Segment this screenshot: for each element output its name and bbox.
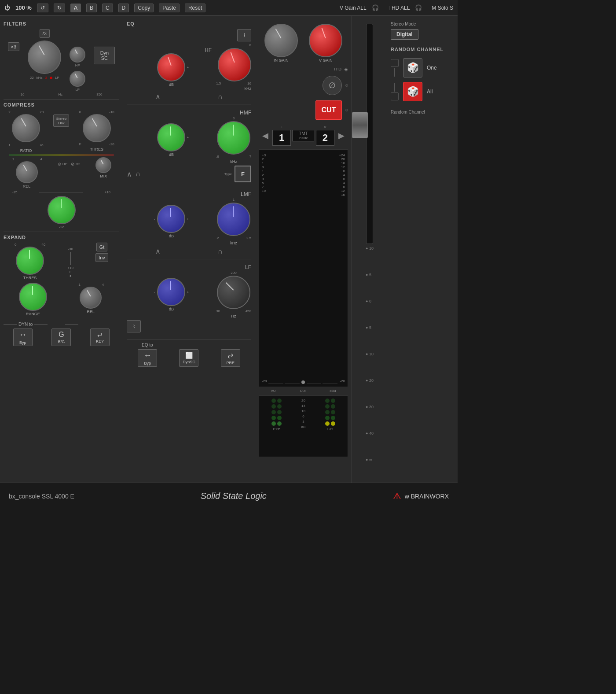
eq-pre-button[interactable]: ⇄ PRE [221, 349, 240, 367]
filters-label: FILTERS [4, 21, 119, 26]
lmf-db-knob[interactable] [157, 205, 185, 233]
rel-label: REL [23, 184, 31, 188]
digital-button[interactable]: Digital [391, 29, 418, 40]
meter-display: +32101235710-20 [259, 149, 348, 387]
lp-label-2: LP [75, 88, 80, 92]
main-content: FILTERS ×3 /3 22 kHz 3 LP [0, 16, 458, 483]
filter-main-knob[interactable] [28, 41, 61, 74]
fader-handle[interactable] [352, 112, 368, 138]
brainworx-label: w BRAINWORX [405, 493, 449, 500]
dyn-key-button[interactable]: ⇄ KEY [90, 329, 110, 346]
v-gain-knob[interactable] [309, 24, 342, 57]
lmf-shelf-icon: ∧ [155, 247, 161, 255]
eq-byp-button[interactable]: ↔ Byp [138, 349, 157, 367]
random-channel-label: RANDOM CHANNEL [391, 47, 444, 52]
cut-button[interactable]: CUT [315, 100, 342, 120]
filter-led [50, 77, 52, 79]
hz-16-label: 16 [20, 92, 24, 96]
thd-label: THD [334, 67, 342, 71]
hmf-shelf-icon: ∧ [127, 170, 132, 178]
expand-rel-label: REL [87, 310, 95, 314]
right-channel-display: 2 [316, 130, 334, 146]
ratio-knob[interactable] [12, 114, 40, 142]
hf-db-knob[interactable] [157, 53, 185, 81]
exp-led-col [271, 399, 282, 426]
in-gain-knob[interactable] [264, 24, 298, 57]
one-label: One [427, 65, 437, 71]
div3-button[interactable]: /3 [40, 29, 50, 38]
right-scale: +24201612840481216-20 [339, 152, 345, 384]
hp-label: HP [75, 63, 80, 67]
fader-scale: ● 10 ● 5 ● 0 ● 5 ● 10 ● 20 ● 30 ● 40 ● ∞ [366, 244, 374, 464]
lp-knob[interactable] [70, 71, 85, 87]
v-gain-all-label: V Gain ALL [340, 5, 367, 11]
preset-d-button[interactable]: D [118, 4, 129, 12]
random-one-button[interactable]: 🎲 [403, 58, 422, 78]
range-knob[interactable] [19, 283, 47, 311]
brainworx-logo: ᗑ [393, 491, 401, 501]
filter-3-val: 3 [45, 76, 47, 80]
expand-label: EXPAND [4, 235, 119, 240]
mix-label: MIX [100, 174, 107, 178]
gt-button[interactable]: Gt [96, 243, 108, 251]
power-icon[interactable]: ⏻ [4, 4, 10, 11]
reset-button[interactable]: Reset [185, 4, 205, 12]
x3-button[interactable]: ×3 [8, 42, 20, 51]
eq-type-button[interactable]: F [235, 166, 251, 182]
channel-prev-button[interactable]: ◀ [260, 130, 271, 141]
dyn-sc-button[interactable]: Dyn SC [94, 47, 115, 64]
dyn-routing-section: DYN to ↔ Byp G E/G ⇄ KEY [4, 322, 119, 346]
dyn-byp-button[interactable]: ↔ Byp [13, 329, 33, 346]
hf-bell-icon: ∩ [218, 93, 223, 101]
compress-label: COMPRESS [4, 102, 119, 107]
lf-db-knob[interactable] [157, 278, 185, 306]
preset-b-button[interactable]: B [86, 4, 97, 12]
hz-label: Hz [58, 92, 62, 96]
hf-freq-knob[interactable] [218, 48, 251, 81]
footer-right: ᗑ w BRAINWORX [393, 491, 449, 501]
dyn-eg-button[interactable]: G E/G [51, 329, 71, 346]
fader-section: ● 10 ● 5 ● 0 ● 5 ● 10 ● 20 ● 30 ● 40 ● ∞ [352, 16, 387, 483]
tmt-display: TMT inside [292, 130, 314, 141]
copy-button[interactable]: Copy [134, 4, 154, 12]
inv-button[interactable]: Inv [95, 253, 108, 262]
compress-divider [4, 232, 119, 232]
channel-next-button[interactable]: ▶ [336, 130, 347, 141]
expand-knob[interactable] [16, 247, 44, 275]
hmf-db-knob[interactable] [157, 123, 185, 151]
undo-button[interactable]: ↺ [37, 4, 48, 12]
random-channel-text: Random Channel [391, 110, 425, 114]
eq-routing-section: EQ to ↔ Byp ⬜ DynSC ⇄ PRE [127, 343, 251, 367]
channel-section: IN GAIN V GAIN THD ◈ ∅ CUT [255, 16, 352, 483]
phase-button[interactable]: ∅ [323, 76, 342, 95]
random-all-button[interactable]: 🎲 [403, 82, 422, 101]
lf-freq-knob[interactable] [217, 276, 250, 309]
eq-label: EQ [127, 21, 251, 26]
hp-knob[interactable] [70, 47, 85, 63]
hmf-freq-knob[interactable] [217, 121, 250, 155]
left-channel-display: 1 [272, 130, 291, 146]
rel-knob[interactable] [16, 161, 38, 183]
random-channel-section: Stereo Mode Digital RANDOM CHANNEL [387, 16, 458, 483]
preset-c-button[interactable]: C [102, 4, 113, 12]
redo-button[interactable]: ↻ [54, 4, 65, 12]
eq-dynsc-button[interactable]: ⬜ DynSC [179, 349, 198, 367]
eq-curve-button[interactable]: ⌇ [237, 29, 251, 41]
mix-knob[interactable] [95, 157, 111, 173]
expand-rel-knob[interactable] [80, 287, 102, 309]
expand-divider [4, 319, 119, 319]
compress-main-knob[interactable] [48, 196, 76, 224]
compress-section: 2 20 1 ∞ RATIO Stereo Link [4, 110, 119, 229]
eq-to-label: EQ to [142, 343, 153, 347]
right-panel: IN GAIN V GAIN THD ◈ ∅ CUT [255, 16, 458, 483]
paste-button[interactable]: Paste [159, 4, 180, 12]
lmf-freq-knob[interactable] [217, 203, 250, 236]
preset-a-button[interactable]: A [70, 4, 81, 12]
stereo-link-button[interactable]: Stereo Link [53, 114, 69, 127]
middle-panel: EQ ⌇ HF - + dB 8 [123, 16, 255, 483]
thres-knob[interactable] [83, 114, 111, 142]
lf-filter-button[interactable]: ⌇ [127, 320, 141, 332]
thres-label: THRES [90, 147, 104, 151]
m-solo-s-label: M Solo S [432, 5, 453, 11]
filter-khz-label: kHz [37, 76, 43, 80]
